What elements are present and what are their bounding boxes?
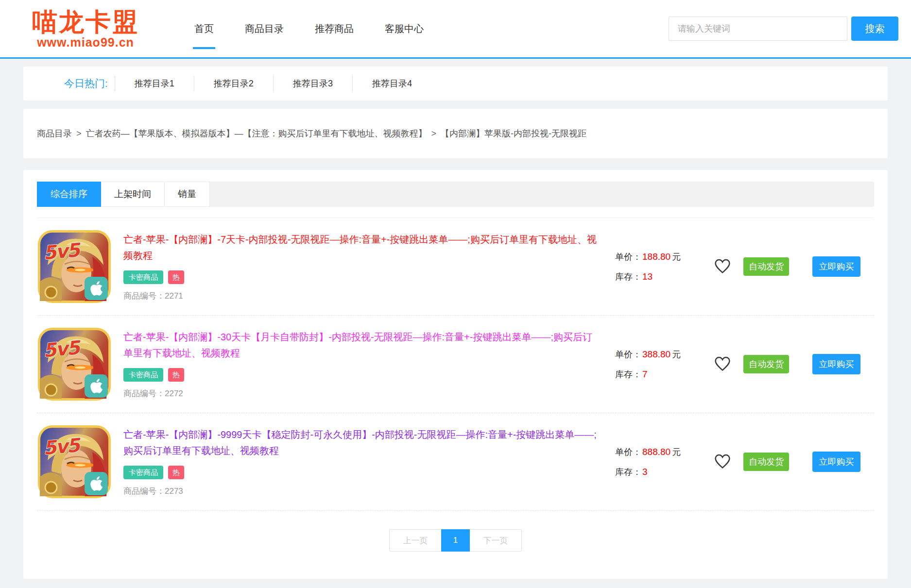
breadcrumb-separator: > xyxy=(76,129,82,139)
sku-label: 商品编号： xyxy=(123,389,165,398)
pagination-prev-button[interactable]: 上一页 xyxy=(389,529,441,552)
breadcrumb-root[interactable]: 商品目录 xyxy=(37,128,72,139)
tag-card-product: 卡密商品 xyxy=(123,270,163,284)
sku-value: 2271 xyxy=(165,291,183,301)
product-sku: 商品编号：2271 xyxy=(123,290,602,302)
favorite-button[interactable] xyxy=(702,355,743,373)
heart-icon xyxy=(714,355,731,373)
search-button[interactable]: 搜索 xyxy=(851,17,898,41)
main-nav: 首页 商品目录 推荐商品 客服中心 xyxy=(193,18,425,39)
tab-sort-comprehensive[interactable]: 综合排序 xyxy=(37,182,101,207)
hot-bar-label: 今日热门: xyxy=(64,77,108,90)
breadcrumb-current: 【内部澜】苹果版-内部投视-无限视距 xyxy=(441,128,586,139)
stock-value: 7 xyxy=(642,369,648,380)
product-tags: 卡密商品 热 xyxy=(123,368,602,382)
stock-label: 库存： xyxy=(615,271,641,283)
heart-icon xyxy=(714,453,731,470)
breadcrumb: 商品目录 > 亡者农药—【苹果版本、模拟器版本】—【注意：购买后订单里有下载地址… xyxy=(23,109,888,158)
auto-ship-button[interactable]: 自动发货 xyxy=(743,257,789,276)
hot-bar: 今日热门: 推荐目录1 推荐目录2 推荐目录3 推荐目录4 xyxy=(23,67,888,101)
site-logo[interactable]: 喵龙卡盟 www.miao99.cn xyxy=(13,9,158,49)
favorite-button[interactable] xyxy=(702,258,743,275)
page-body: 今日热门: 推荐目录1 推荐目录2 推荐目录3 推荐目录4 商品目录 > 亡者农… xyxy=(0,59,911,588)
logo-url: www.miao99.cn xyxy=(13,36,158,49)
product-list: 5v5 亡者-苹果-【内部澜】-7天卡-内部投视-无限视距—操作:音量+-按键跳… xyxy=(37,218,874,511)
stock-label: 库存： xyxy=(615,369,641,380)
product-game-icon[interactable]: 5v5 xyxy=(38,328,111,401)
breadcrumb-separator: > xyxy=(431,129,437,139)
currency-label: 元 xyxy=(672,251,681,263)
product-tags: 卡密商品 热 xyxy=(123,466,602,479)
sku-value: 2272 xyxy=(165,389,183,398)
nav-item-support[interactable]: 客服中心 xyxy=(384,18,425,39)
product-game-icon[interactable]: 5v5 xyxy=(38,230,111,303)
sku-value: 2273 xyxy=(165,487,183,496)
stock-value: 3 xyxy=(642,467,648,477)
price-label: 单价： xyxy=(615,349,641,360)
tag-card-product: 卡密商品 xyxy=(123,466,163,479)
sku-label: 商品编号： xyxy=(123,487,165,496)
product-row: 5v5 亡者-苹果-【内部澜】-9999天卡【稳定防封-可永久使用】-内部投视-… xyxy=(37,413,874,511)
price-value: 888.80 xyxy=(642,447,670,457)
product-price-block: 单价： 188.80 元 库存： 13 xyxy=(615,251,702,283)
price-value: 188.80 xyxy=(642,252,670,262)
search-input[interactable] xyxy=(669,17,847,41)
logo-title: 喵龙卡盟 xyxy=(13,9,158,34)
search-bar: 搜索 xyxy=(669,17,898,41)
auto-ship-button[interactable]: 自动发货 xyxy=(743,355,789,373)
product-sku: 商品编号：2273 xyxy=(123,486,602,497)
pagination: 上一页 1 下一页 xyxy=(37,529,874,552)
product-info: 亡者-苹果-【内部澜】-30天卡【月卡自带防封】-内部投视-无限视距—操作:音量… xyxy=(123,329,615,399)
price-label: 单价： xyxy=(615,446,641,458)
product-row: 5v5 亡者-苹果-【内部澜】-7天卡-内部投视-无限视距—操作:音量+-按键跳… xyxy=(37,218,874,316)
sort-tabs: 综合排序 上架时间 销量 xyxy=(37,182,874,207)
product-row: 5v5 亡者-苹果-【内部澜】-30天卡【月卡自带防封】-内部投视-无限视距—操… xyxy=(37,316,874,413)
pagination-page-1[interactable]: 1 xyxy=(441,529,470,552)
favorite-button[interactable] xyxy=(702,453,743,470)
nav-item-recommended[interactable]: 推荐商品 xyxy=(314,18,355,39)
product-info: 亡者-苹果-【内部澜】-9999天卡【稳定防封-可永久使用】-内部投视-无限视距… xyxy=(123,427,615,497)
hot-bar-items: 推荐目录1 推荐目录2 推荐目录3 推荐目录4 xyxy=(115,76,431,91)
nav-item-catalog[interactable]: 商品目录 xyxy=(244,18,285,39)
site-header: 喵龙卡盟 www.miao99.cn 首页 商品目录 推荐商品 客服中心 搜索 xyxy=(0,0,911,59)
hot-item-4[interactable]: 推荐目录4 xyxy=(352,76,431,91)
buy-now-button[interactable]: 立即购买 xyxy=(812,256,860,277)
tag-card-product: 卡密商品 xyxy=(123,368,163,382)
sku-label: 商品编号： xyxy=(123,291,165,301)
product-sku: 商品编号：2272 xyxy=(123,388,602,399)
tab-sort-listing-time[interactable]: 上架时间 xyxy=(101,182,165,207)
stock-label: 库存： xyxy=(615,466,641,478)
nav-item-home[interactable]: 首页 xyxy=(193,18,215,39)
product-tags: 卡密商品 热 xyxy=(123,270,602,284)
product-list-card: 综合排序 上架时间 销量 5v5 亡者-苹果-【内部澜】-7天卡-内部投视-无限… xyxy=(23,170,888,579)
pagination-next-button[interactable]: 下一页 xyxy=(470,529,522,552)
price-value: 388.80 xyxy=(642,349,670,360)
hot-item-3[interactable]: 推荐目录3 xyxy=(273,76,352,91)
icon-5v5-badge: 5v5 xyxy=(42,336,82,362)
hot-item-2[interactable]: 推荐目录2 xyxy=(194,76,273,91)
heart-icon xyxy=(714,258,731,275)
product-title[interactable]: 亡者-苹果-【内部澜】-9999天卡【稳定防封-可永久使用】-内部投视-无限视距… xyxy=(123,427,602,459)
tag-hot: 热 xyxy=(168,466,184,479)
tag-hot: 热 xyxy=(168,270,184,284)
auto-ship-button[interactable]: 自动发货 xyxy=(743,453,789,471)
product-info: 亡者-苹果-【内部澜】-7天卡-内部投视-无限视距—操作:音量+-按键跳出菜单—… xyxy=(123,232,615,302)
icon-5v5-badge: 5v5 xyxy=(42,239,82,264)
buy-now-button[interactable]: 立即购买 xyxy=(812,452,860,472)
icon-5v5-badge: 5v5 xyxy=(42,434,82,459)
currency-label: 元 xyxy=(672,349,681,360)
product-price-block: 单价： 888.80 元 库存： 3 xyxy=(615,446,702,478)
tag-hot: 热 xyxy=(168,368,184,382)
currency-label: 元 xyxy=(672,446,681,458)
price-label: 单价： xyxy=(615,251,641,263)
hot-item-1[interactable]: 推荐目录1 xyxy=(115,76,194,91)
stock-value: 13 xyxy=(642,271,653,282)
breadcrumb-category[interactable]: 亡者农药—【苹果版本、模拟器版本】—【注意：购买后订单里有下载地址、视频教程】 xyxy=(86,128,427,139)
product-title[interactable]: 亡者-苹果-【内部澜】-7天卡-内部投视-无限视距—操作:音量+-按键跳出菜单—… xyxy=(123,232,602,264)
product-title[interactable]: 亡者-苹果-【内部澜】-30天卡【月卡自带防封】-内部投视-无限视距—操作:音量… xyxy=(123,329,602,361)
tab-sort-sales[interactable]: 销量 xyxy=(165,182,210,207)
buy-now-button[interactable]: 立即购买 xyxy=(812,354,860,374)
product-price-block: 单价： 388.80 元 库存： 7 xyxy=(615,349,702,380)
product-game-icon[interactable]: 5v5 xyxy=(38,425,111,498)
